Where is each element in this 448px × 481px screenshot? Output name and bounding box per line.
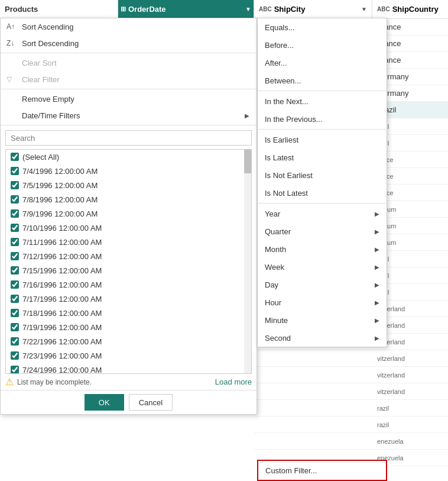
in-the-next-item[interactable]: In the Next... <box>258 92 387 110</box>
sub-separator-2 <box>258 129 387 130</box>
week-chevron: ▶ <box>375 264 379 270</box>
checkbox-item[interactable]: 7/9/1996 12:00:00 AM <box>6 206 251 221</box>
checkbox-input[interactable] <box>11 238 19 246</box>
search-input[interactable] <box>5 130 252 146</box>
ok-button[interactable]: OK <box>85 394 124 411</box>
filter-dropdown-panel: A↑ Sort Ascending Z↓ Sort Descending Cle… <box>0 18 257 415</box>
checkbox-input[interactable] <box>11 181 19 189</box>
datetime-filters-label: Date/Time Filters <box>22 111 80 120</box>
shipcity-cell <box>254 433 372 450</box>
list-warning-text: List may be incomplete. <box>17 378 92 386</box>
checkbox-item[interactable]: 7/24/1996 12:00:00 AM <box>6 363 251 374</box>
minute-chevron: ▶ <box>375 317 379 324</box>
month-item[interactable]: Month ▶ <box>258 240 387 258</box>
checkbox-input[interactable] <box>11 280 19 289</box>
after-item[interactable]: After... <box>258 54 387 72</box>
checkbox-item[interactable]: 7/23/1996 12:00:00 AM <box>6 348 251 363</box>
checkbox-list[interactable]: (Select All)7/4/1996 12:00:00 AM7/5/1996… <box>5 149 252 374</box>
scrollbar-thumb[interactable] <box>244 150 251 173</box>
in-the-next-label: In the Next... <box>265 97 309 106</box>
shipcity-dropdown-arrow[interactable]: ▼ <box>361 6 367 12</box>
day-item[interactable]: Day ▶ <box>258 276 387 293</box>
checkbox-label: 7/11/1996 12:00:00 AM <box>22 238 102 247</box>
year-item[interactable]: Year ▶ <box>258 205 387 222</box>
shipcountry-cell: razil <box>372 417 448 433</box>
is-latest-item[interactable]: Is Latest <box>258 149 387 166</box>
checkbox-item[interactable]: 7/15/1996 12:00:00 AM <box>6 263 251 277</box>
col-orderdate-header[interactable]: ⊞ OrderDate ▼ <box>118 0 254 18</box>
sort-ascending-icon: A↑ <box>7 22 15 31</box>
checkbox-item[interactable]: 7/12/1996 12:00:00 AM <box>6 249 251 263</box>
separator-1 <box>1 53 257 53</box>
checkbox-input[interactable] <box>11 295 19 303</box>
checkbox-input[interactable] <box>11 167 19 175</box>
month-label: Month <box>265 245 286 254</box>
is-latest-label: Is Latest <box>265 153 294 162</box>
sort-ascending-item[interactable]: A↑ Sort Ascending <box>1 18 257 35</box>
checkbox-item[interactable]: 7/16/1996 12:00:00 AM <box>6 277 251 292</box>
checkbox-item[interactable]: 7/4/1996 12:00:00 AM <box>6 164 251 178</box>
checkbox-input[interactable] <box>11 153 19 161</box>
is-not-earliest-item[interactable]: Is Not Earliest <box>258 166 387 184</box>
checkbox-item[interactable]: 7/5/1996 12:00:00 AM <box>6 178 251 192</box>
sub-separator-3 <box>258 203 387 204</box>
remove-empty-item[interactable]: Remove Empty <box>1 91 257 107</box>
checkbox-item[interactable]: 7/17/1996 12:00:00 AM <box>6 292 251 306</box>
checkbox-input[interactable] <box>11 252 19 260</box>
between-item[interactable]: Between... <box>258 72 387 89</box>
checkbox-item[interactable]: (Select All) <box>6 150 251 164</box>
col-shipcity-header[interactable]: ABC ShipCity ▼ <box>254 0 372 18</box>
checkbox-item[interactable]: 7/18/1996 12:00:00 AM <box>6 306 251 320</box>
checkbox-input[interactable] <box>11 209 19 218</box>
checkbox-input[interactable] <box>11 366 19 374</box>
is-not-earliest-label: Is Not Earliest <box>265 171 313 180</box>
in-the-previous-item[interactable]: In the Previous... <box>258 110 387 128</box>
checkbox-input[interactable] <box>11 351 19 360</box>
checkbox-input[interactable] <box>11 266 19 275</box>
load-more-link[interactable]: Load more <box>215 377 252 386</box>
after-label: After... <box>265 59 287 67</box>
checkbox-item[interactable]: 7/8/1996 12:00:00 AM <box>6 192 251 206</box>
day-label: Day <box>265 280 278 289</box>
quarter-item[interactable]: Quarter ▶ <box>258 222 387 240</box>
checkbox-item[interactable]: 7/10/1996 12:00:00 AM <box>6 221 251 235</box>
checkbox-input[interactable] <box>11 195 19 204</box>
scrollbar-track[interactable] <box>244 150 251 373</box>
checkbox-label: (Select All) <box>22 153 59 162</box>
checkbox-item[interactable]: 7/22/1996 12:00:00 AM <box>6 334 251 348</box>
checkbox-input[interactable] <box>11 337 19 346</box>
checkbox-label: 7/23/1996 12:00:00 AM <box>22 351 102 360</box>
custom-filter-item[interactable]: Custom Filter... <box>258 461 386 480</box>
checkbox-input[interactable] <box>11 224 19 232</box>
checkbox-input[interactable] <box>11 323 19 331</box>
day-chevron: ▶ <box>375 282 379 288</box>
shipcity-cell <box>254 383 372 400</box>
table-header: Products ⊞ OrderDate ▼ ABC ShipCity ▼ AB… <box>0 0 448 19</box>
checkbox-item[interactable]: 7/19/1996 12:00:00 AM <box>6 320 251 334</box>
minute-item[interactable]: Minute ▶ <box>258 311 387 329</box>
checkbox-label: 7/8/1996 12:00:00 AM <box>22 195 98 204</box>
before-item[interactable]: Before... <box>258 36 387 54</box>
shipcountry-label: ShipCountry <box>392 5 439 14</box>
week-item[interactable]: Week ▶ <box>258 258 387 276</box>
is-earliest-item[interactable]: Is Earliest <box>258 131 387 149</box>
year-label: Year <box>265 209 280 218</box>
checkbox-label: 7/10/1996 12:00:00 AM <box>22 224 102 233</box>
hour-item[interactable]: Hour ▶ <box>258 293 387 311</box>
sort-descending-item[interactable]: Z↓ Sort Descending <box>1 35 257 51</box>
checkbox-container: (Select All)7/4/1996 12:00:00 AM7/5/1996… <box>6 150 251 374</box>
col-products-header[interactable]: Products <box>0 0 118 18</box>
second-item[interactable]: Second ▶ <box>258 329 387 347</box>
orderdate-dropdown-arrow[interactable]: ▼ <box>245 6 251 12</box>
checkbox-item[interactable]: 7/11/1996 12:00:00 AM <box>6 235 251 249</box>
equals-item[interactable]: Equals... <box>258 18 387 36</box>
is-not-latest-item[interactable]: Is Not Latest <box>258 184 387 202</box>
cancel-button[interactable]: Cancel <box>129 394 173 411</box>
sort-descending-label: Sort Descending <box>22 39 79 48</box>
checkbox-label: 7/15/1996 12:00:00 AM <box>22 266 102 275</box>
col-shipcountry-header[interactable]: ABC ShipCountry <box>372 0 448 18</box>
checkbox-input[interactable] <box>11 309 19 317</box>
second-label: Second <box>265 334 291 343</box>
datetime-filters-item[interactable]: Date/Time Filters ▶ <box>1 107 257 124</box>
checkbox-label: 7/19/1996 12:00:00 AM <box>22 323 102 332</box>
